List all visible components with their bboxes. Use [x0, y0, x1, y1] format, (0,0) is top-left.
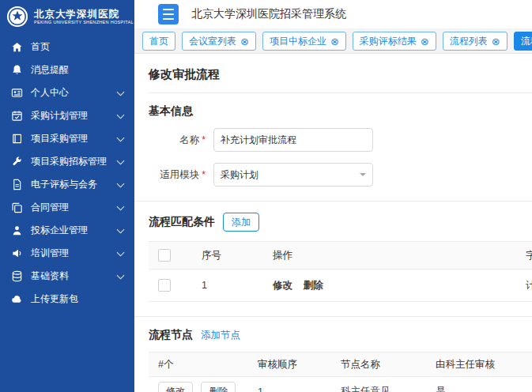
sidebar-item-project-bidding[interactable]: 项目采购招标管理	[0, 150, 134, 173]
chevron-down-icon	[117, 226, 125, 234]
hospital-logo-icon	[6, 6, 28, 28]
sidebar-item-label: 基础资料	[31, 270, 69, 283]
sidebar-item-home[interactable]: 首页	[0, 36, 134, 58]
tab-home[interactable]: 首页	[142, 32, 175, 51]
sidebar-item-basic-data[interactable]: 基础资料	[0, 265, 134, 288]
form-row-module: 适用模块* 采购计划	[149, 163, 532, 187]
tab-label: 采购评标结果	[360, 35, 417, 48]
sidebar-item-label: 个人中心	[31, 86, 69, 100]
book-icon	[11, 133, 23, 145]
sidebar-item-project-procurement[interactable]: 项目采购管理	[0, 127, 134, 150]
sidebar-item-messages[interactable]: 消息提醒	[0, 58, 134, 81]
name-field-label: 名称*	[149, 134, 206, 147]
column-header-order: 审核顺序	[248, 352, 331, 377]
sidebar-item-label: 合同管理	[31, 201, 69, 214]
modify-button[interactable]: 修改	[158, 382, 193, 392]
page-title: 修改审批流程	[149, 54, 532, 93]
copy-icon	[11, 202, 23, 213]
row-checkbox[interactable]	[158, 279, 171, 292]
file-icon	[11, 179, 23, 190]
app-title: 北京大学深圳医院招采管理系统	[191, 7, 346, 21]
select-all-checkbox[interactable]	[158, 249, 171, 262]
add-node-link[interactable]: 添加节点	[201, 329, 240, 342]
sidebar-item-label: 项目采购招标管理	[31, 155, 107, 168]
cell-select	[149, 270, 192, 302]
sidebar-item-procurement-plan[interactable]: 采购计划管理	[0, 104, 134, 127]
hamburger-icon	[163, 9, 174, 10]
bell-icon	[11, 64, 23, 76]
delete-link[interactable]: 删除	[303, 280, 323, 291]
form-row-name: 名称*	[149, 128, 532, 152]
sidebar-item-label: 上传更新包	[31, 292, 78, 306]
match-conditions-header: 流程匹配条件 添加	[149, 213, 532, 232]
sidebar-item-label: 项目采购管理	[31, 132, 88, 145]
tab-label: 流程列表	[450, 35, 488, 48]
delete-button[interactable]: 删除	[201, 382, 236, 392]
user-icon	[11, 224, 23, 236]
app-root: 北京大学深圳医院 PEKING UNIVERSITY SHENZHEN HOSP…	[0, 0, 532, 392]
sidebar-item-personal-center[interactable]: 个人中心	[0, 81, 134, 104]
cell-no: 1	[192, 270, 263, 302]
modify-link[interactable]: 修改	[273, 280, 292, 291]
chevron-down-icon	[117, 111, 125, 119]
module-select[interactable]: 采购计划	[213, 163, 373, 187]
sidebar-item-label: 投标企业管理	[31, 224, 88, 237]
column-header-action: #个	[149, 352, 248, 377]
home-icon	[11, 41, 23, 53]
sidebar-item-label: 采购计划管理	[31, 109, 88, 122]
table-row: 修改 删除 1 科主任意见 是	[149, 377, 532, 392]
top-bar: 北京大学深圳医院招采管理系统	[134, 0, 532, 29]
name-input[interactable]	[213, 128, 373, 152]
close-icon[interactable]: ⊗	[330, 36, 339, 47]
add-condition-button[interactable]: 添加	[223, 213, 259, 232]
section-divider	[134, 201, 532, 202]
logo-subtitle: PEKING UNIVERSITY SHENZHEN HOSPITAL	[34, 20, 134, 24]
tab-label: 会议室列表	[189, 35, 236, 48]
sidebar-item-training[interactable]: 培训管理	[0, 242, 134, 265]
section-heading-flow-nodes: 流程节点	[149, 328, 193, 342]
match-conditions-table: 序号 操作 字 1 修改 删除 计	[149, 241, 532, 302]
cell-dept-head: 是	[426, 377, 532, 392]
column-header-node-name: 节点名称	[331, 352, 426, 377]
column-header-extra: 字	[516, 242, 532, 270]
tab-meeting-room-list[interactable]: 会议室列表 ⊗	[182, 32, 256, 51]
module-field-label: 适用模块*	[149, 168, 206, 182]
close-icon[interactable]: ⊗	[421, 36, 429, 47]
close-icon[interactable]: ⊗	[240, 36, 249, 47]
sidebar-item-label: 首页	[31, 40, 50, 54]
tab-process[interactable]: 流程 ⊗	[514, 32, 532, 51]
chevron-down-icon	[117, 272, 125, 280]
tool-icon	[11, 156, 23, 168]
speaker-icon	[11, 247, 23, 259]
chevron-down-icon	[360, 173, 366, 179]
database-icon	[11, 270, 23, 282]
column-header-dept-head: 由科主任审核	[426, 352, 532, 377]
sidebar-item-bidder-management[interactable]: 投标企业管理	[0, 219, 134, 242]
chevron-down-icon	[117, 157, 125, 165]
flow-nodes-header: 流程节点 添加节点	[149, 328, 532, 342]
chevron-down-icon	[117, 89, 125, 96]
cell-node-name: 科主任意见	[331, 377, 426, 392]
chevron-down-icon	[117, 180, 125, 188]
sidebar-item-contract[interactable]: 合同管理	[0, 196, 134, 219]
sidebar-toggle-button[interactable]	[158, 4, 179, 24]
calendar-check-icon	[11, 110, 23, 122]
sidebar-item-e-evaluation[interactable]: 电子评标与会务	[0, 173, 134, 196]
column-header-select	[149, 242, 192, 270]
main-content: 修改审批流程 基本信息 名称* 适用模块* 采购计划 流程匹配条件 添加	[134, 54, 532, 392]
tab-process-list[interactable]: 流程列表 ⊗	[443, 32, 507, 51]
flow-nodes-table: #个 审核顺序 节点名称 由科主任审核 修改 删除 1 科主任意见 是	[149, 352, 532, 392]
table-row: 1 修改 删除 计	[149, 270, 532, 302]
cell-actions: 修改 删除	[149, 377, 248, 392]
tab-project-winning-bidder[interactable]: 项目中标企业 ⊗	[262, 32, 346, 51]
required-asterisk: *	[202, 169, 206, 180]
section-heading-basic-info: 基本信息	[149, 104, 532, 119]
cell-order: 1	[248, 377, 331, 392]
sidebar-item-label: 消息提醒	[31, 63, 69, 77]
sidebar-item-upload-package[interactable]: 上传更新包	[0, 288, 134, 311]
table-header-row: #个 审核顺序 节点名称 由科主任审核	[149, 352, 532, 377]
module-select-value: 采购计划	[221, 168, 258, 182]
required-asterisk: *	[202, 134, 206, 145]
tab-procurement-evaluation-result[interactable]: 采购评标结果 ⊗	[353, 32, 436, 51]
close-icon[interactable]: ⊗	[492, 36, 500, 47]
